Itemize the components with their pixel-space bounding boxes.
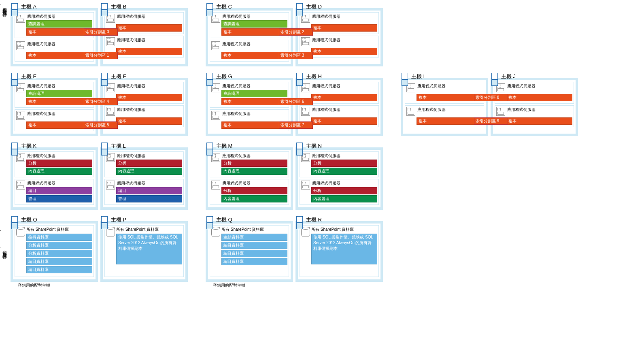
role-replica: 複本 (506, 94, 572, 101)
server-icon (211, 14, 220, 23)
partition-label: 索引分割區 0 (84, 28, 118, 36)
server-icon (106, 153, 115, 162)
db-item: 編目資料庫 (26, 258, 92, 265)
role-index: 編目 (26, 187, 92, 194)
role-replica: 複本 (221, 52, 287, 59)
database-icon (301, 227, 310, 236)
server-icon (211, 41, 220, 50)
database-icon (106, 227, 115, 236)
server-icon (106, 14, 115, 23)
role-mgmt: 管理 (26, 195, 92, 202)
server-icon (16, 111, 25, 120)
row-4: 主機 O 所有 SharePoint 資料庫 搜尋資料庫 分析資料庫 分析資料庫… (11, 221, 644, 288)
host-i: 主機 I 應用程式伺服器 複本 應用程式伺服器 複本 (401, 78, 488, 136)
server-icon (406, 107, 415, 116)
role-content: 內容處理 (311, 195, 377, 202)
database-icon (211, 227, 220, 236)
role-replica: 複本 (116, 48, 182, 55)
db-item: 編目資料庫 (26, 266, 92, 273)
role-replica: 複本 (417, 94, 482, 101)
role-replica: 複本 (116, 94, 182, 101)
db-item: 編目資料庫 (221, 242, 287, 249)
role-replica: 複本 (417, 117, 482, 125)
host-k: 主機 K 應用程式伺服器 分析 內容處理 應用程式伺服器 編目 管理 (11, 147, 98, 210)
role-replica: 複本 (116, 117, 182, 125)
role-query: 查詢處理 (221, 90, 287, 97)
role-replica: 複本 (26, 98, 92, 105)
partition-label: 索引分割區 3 (279, 52, 313, 59)
role-replica: 複本 (221, 28, 287, 36)
role-analysis: 分析 (221, 187, 287, 194)
db-item: 編目資料庫 (221, 250, 287, 257)
role-replica: 複本 (311, 24, 377, 32)
server-icon (406, 83, 415, 92)
host-m: 主機 M 應用程式伺服器 分析 內容處理 應用程式伺服器 分析 內容處理 (206, 147, 293, 210)
server-icon (301, 107, 310, 116)
partition-label: 索引分割區 7 (279, 121, 313, 129)
role-replica: 複本 (506, 117, 572, 125)
app-block: 應用程式伺服器 查詢處理 複本 (210, 12, 289, 38)
server-icon (301, 153, 310, 162)
app-block: 應用程式伺服器 查詢處理 複本 (15, 12, 94, 38)
role-replica: 複本 (221, 121, 287, 129)
app-block: 應用程式伺服器 複本 (210, 40, 289, 62)
db-mirror-text: 使用 SQL 叢集作業、鏡映或 SQL Server 2012 AlwaysOn… (116, 234, 182, 264)
role-replica: 複本 (26, 28, 92, 36)
role-query: 查詢處理 (221, 20, 287, 28)
host-q: 主機 Q 所有 SharePoint 資料庫 連結資料庫 編目資料庫 編目資料庫… (206, 221, 293, 282)
db-item: 搜尋資料庫 (26, 234, 92, 241)
server-icon (211, 181, 220, 190)
host-r: 主機 R 所有 SharePoint 資料庫 使用 SQL 叢集作業、鏡映或 S… (295, 221, 383, 282)
partition-label: 索引分割區 1 (84, 52, 118, 59)
role-analysis: 分析 (26, 160, 92, 167)
partition-label: 索引分割區 8 (474, 94, 508, 101)
partition-label: 索引分割區 4 (84, 98, 118, 105)
role-analysis: 分析 (116, 160, 182, 167)
db-item: 分析資料庫 (26, 250, 92, 257)
server-icon (16, 181, 25, 190)
role-query: 查詢處理 (26, 20, 92, 28)
server-icon (496, 83, 505, 92)
host-l: 主機 L 應用程式伺服器 分析 內容處理 應用程式伺服器 編目 管理 (100, 147, 188, 210)
row-3: 主機 K 應用程式伺服器 分析 內容處理 應用程式伺服器 編目 管理 主機 L … (11, 147, 644, 210)
failover-pair-label: 容錯用的配對主機 (206, 283, 383, 288)
role-content: 內容處理 (221, 195, 287, 202)
row-1: 主機 A 應用程式伺服器 查詢處理 複本 應用程式伺服器 複本 主機 B 應用程… (11, 8, 644, 66)
role-replica: 複本 (116, 24, 182, 32)
db-item: 連結資料庫 (221, 234, 287, 241)
role-replica: 複本 (311, 48, 377, 55)
server-icon (301, 14, 310, 23)
db-item: 分析資料庫 (26, 242, 92, 249)
database-icon (16, 227, 25, 236)
section-label-db: 資料庫伺服器 (2, 247, 8, 292)
server-icon (106, 181, 115, 190)
partition-label: 索引分割區 5 (84, 121, 118, 129)
row-2: 主機 E 應用程式伺服器 查詢處理 複本 應用程式伺服器 複本 主機 F 應用程… (11, 78, 644, 136)
db-block: 所有 SharePoint 資料庫 使用 SQL 叢集作業、鏡映或 SQL Se… (300, 225, 379, 277)
host-j: 主機 J 應用程式伺服器 複本 應用程式伺服器 複本 (491, 78, 578, 136)
db-block: 所有 SharePoint 資料庫 使用 SQL 叢集作業、鏡映或 SQL Se… (104, 225, 184, 277)
role-index: 編目 (116, 187, 182, 194)
server-icon (211, 83, 220, 92)
server-icon (106, 83, 115, 92)
host-p: 主機 P 所有 SharePoint 資料庫 使用 SQL 叢集作業、鏡映或 S… (100, 221, 188, 282)
section-label-app: 應用程式伺服器 (2, 4, 8, 231)
server-icon (301, 37, 310, 46)
app-block: 應用程式伺服器 複本 (15, 40, 94, 62)
role-query: 查詢處理 (26, 90, 92, 97)
role-analysis: 分析 (311, 160, 377, 167)
db-item: 編目資料庫 (221, 258, 287, 265)
host-o: 主機 O 所有 SharePoint 資料庫 搜尋資料庫 分析資料庫 分析資料庫… (11, 221, 98, 282)
role-analysis: 分析 (221, 160, 287, 167)
server-icon (16, 14, 25, 23)
server-icon (16, 41, 25, 50)
role-replica: 複本 (221, 98, 287, 105)
role-replica: 複本 (26, 52, 92, 59)
role-mgmt: 管理 (116, 195, 182, 202)
role-content: 內容處理 (26, 168, 92, 175)
partition-label: 索引分割區 9 (474, 117, 508, 125)
server-icon (496, 107, 505, 116)
server-icon (106, 37, 115, 46)
db-block: 所有 SharePoint 資料庫 搜尋資料庫 分析資料庫 分析資料庫 編目資料… (15, 225, 94, 277)
server-icon (16, 83, 25, 92)
